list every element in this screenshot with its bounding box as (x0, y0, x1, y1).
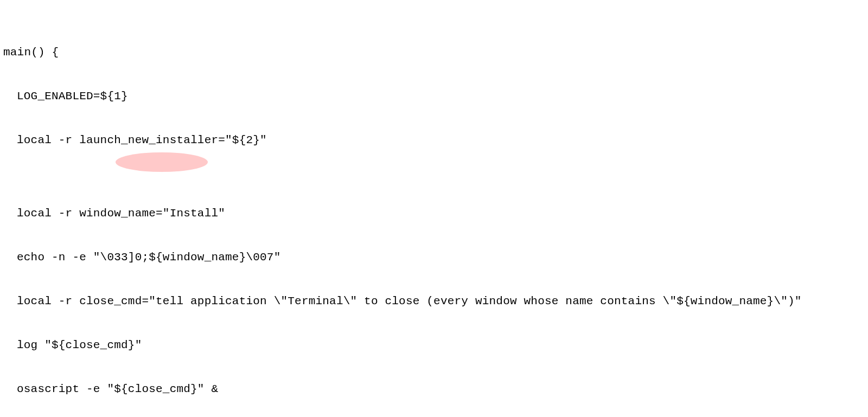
code-line: local -r window_name="Install" (3, 206, 865, 221)
code-line: log "${close_cmd}" (3, 338, 865, 352)
code-line: osascript -e "${close_cmd}" & (3, 382, 865, 396)
highlight-ellipse (116, 152, 208, 172)
code-line: local -r launch_new_installer="${2}" (3, 133, 865, 147)
code-line: local -r close_cmd="tell application \"T… (3, 294, 865, 309)
code-line: echo -n -e "\033]0;${window_name}\007" (3, 250, 865, 265)
code-block: main() { LOG_ENABLED=${1} local -r launc… (0, 0, 868, 417)
code-line: main() { (3, 45, 865, 60)
code-line: LOG_ENABLED=${1} (3, 89, 865, 104)
